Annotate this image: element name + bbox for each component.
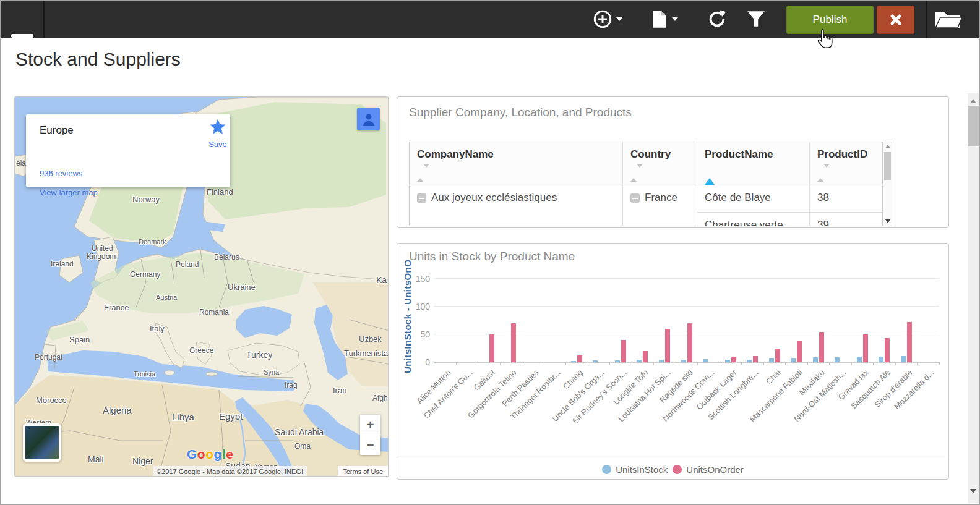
bar-unitsonorder[interactable] [863, 334, 868, 362]
legend-item: UnitsOnOrder [673, 464, 744, 475]
reviews-link[interactable]: 936 reviews [40, 169, 82, 178]
scroll-up-button[interactable] [970, 99, 976, 103]
bar-unitsinstock[interactable] [879, 357, 883, 362]
x-tick [873, 362, 874, 365]
scroll-thumb[interactable] [968, 106, 979, 146]
bar-unitsinstock[interactable] [637, 360, 642, 362]
map-country-label: Iraq [285, 381, 298, 389]
bar-unitsinstock[interactable] [659, 360, 664, 362]
x-tick [807, 362, 808, 365]
scroll-thumb[interactable] [884, 152, 891, 180]
avatar-button[interactable] [357, 108, 380, 130]
map-popup: Europe Save 936 reviews View larger map [26, 114, 230, 187]
person-icon [361, 112, 376, 127]
bar-unitsonorder[interactable] [489, 334, 494, 362]
bar-unitsonorder[interactable] [687, 323, 692, 362]
file-button[interactable] [651, 1, 678, 38]
bar-unitsinstock[interactable] [703, 359, 708, 362]
bar-unitsinstock[interactable] [813, 357, 818, 362]
cell-country[interactable]: France [623, 185, 697, 226]
bar-unitsinstock[interactable] [571, 361, 576, 362]
map-country-label: Egypt [219, 411, 243, 422]
filter-button[interactable] [747, 1, 765, 38]
scroll-up-button[interactable] [885, 145, 890, 148]
close-button[interactable] [877, 6, 914, 34]
bar-unitsinstock[interactable] [835, 357, 840, 362]
legend-swatch [602, 465, 611, 474]
bar-unitsonorder[interactable] [753, 356, 758, 362]
map-country-label: ela [16, 159, 26, 168]
map-country-label: Syria [264, 368, 279, 376]
bar-unitsonorder[interactable] [511, 323, 516, 362]
x-tick [434, 362, 434, 365]
table-scrollbar[interactable] [883, 142, 892, 226]
menu-button[interactable] [1, 1, 45, 38]
column-header-companyname[interactable]: CompanyName [410, 142, 623, 185]
map-country-label: Turkey [246, 350, 272, 360]
column-header-country[interactable]: Country [623, 142, 697, 185]
bar-unitsinstock[interactable] [857, 357, 862, 362]
cell-product[interactable]: Côte de Blaye [697, 185, 810, 213]
map-country-label: Austria [156, 294, 177, 301]
bar-unitsinstock[interactable] [593, 360, 598, 362]
bar-unitsonorder[interactable] [907, 322, 912, 362]
map-country-label: Oma [294, 442, 311, 451]
map-country-label: Algeria [103, 405, 132, 415]
publish-button[interactable]: Publish [786, 6, 874, 34]
gridline [434, 278, 939, 279]
bar-unitsinstock[interactable] [769, 358, 774, 362]
map-country-label: Italy [150, 324, 165, 333]
x-tick [478, 362, 478, 365]
bar-unitsonorder[interactable] [731, 357, 736, 362]
bar-unitsonorder[interactable] [797, 341, 802, 362]
bar-unitsinstock[interactable] [901, 356, 906, 362]
toolbar-separator [926, 1, 927, 38]
bar-unitsinstock[interactable] [615, 360, 620, 362]
table-panel-title: Supplier Company, Location, and Products [409, 106, 632, 119]
x-tick [785, 362, 786, 365]
zoom-in-button[interactable]: + [360, 415, 380, 435]
close-x-icon [889, 13, 903, 27]
bar-unitsinstock[interactable] [747, 360, 752, 363]
terms-link[interactable]: Terms of Use [338, 466, 388, 477]
bar-unitsonorder[interactable] [621, 340, 626, 362]
bar-unitsinstock[interactable] [681, 360, 686, 363]
view-larger-map-link[interactable]: View larger map [40, 188, 98, 197]
cell-product-id[interactable]: 38 [810, 185, 882, 213]
cell-company[interactable]: Aux joyeux ecclésiastiques [410, 185, 623, 226]
column-header-productid[interactable]: ProductID [810, 142, 882, 185]
map-country-label: Iran [333, 386, 346, 395]
bar-unitsonorder[interactable] [643, 351, 648, 362]
collapse-icon[interactable] [417, 193, 426, 203]
satellite-thumbnail[interactable] [23, 423, 61, 462]
collapse-icon[interactable] [630, 193, 640, 203]
x-tick [851, 362, 852, 365]
x-tick [741, 362, 742, 365]
page-scrollbar[interactable] [968, 93, 979, 503]
cell-product[interactable]: Chartreuse verte [697, 213, 810, 226]
scroll-down-button[interactable] [970, 489, 976, 493]
legend-item: UnitsInStock [602, 464, 668, 475]
x-tick [565, 362, 566, 365]
x-tick [653, 362, 654, 365]
bar-unitsonorder[interactable] [819, 332, 824, 363]
gridline [434, 306, 939, 307]
google-logo[interactable]: Google [187, 447, 233, 462]
map-country-label: Ukraine [228, 282, 256, 292]
sort-down-icon [823, 164, 830, 178]
add-item-button[interactable] [593, 1, 622, 38]
save-button[interactable]: Save [202, 118, 234, 149]
column-header-productname[interactable]: ProductName [697, 142, 810, 185]
bar-unitsonorder[interactable] [775, 349, 780, 363]
bar-unitsonorder[interactable] [577, 355, 582, 362]
bar-unitsinstock[interactable] [725, 360, 730, 362]
popup-title: Europe [40, 124, 74, 137]
sort-control [817, 168, 875, 179]
folder-button[interactable] [935, 1, 962, 38]
cell-product-id[interactable]: 39 [810, 213, 882, 226]
refresh-button[interactable] [707, 1, 727, 38]
bar-unitsonorder[interactable] [885, 338, 890, 362]
scroll-down-button[interactable] [885, 219, 890, 223]
bar-unitsinstock[interactable] [791, 358, 796, 362]
bar-unitsonorder[interactable] [665, 329, 670, 362]
